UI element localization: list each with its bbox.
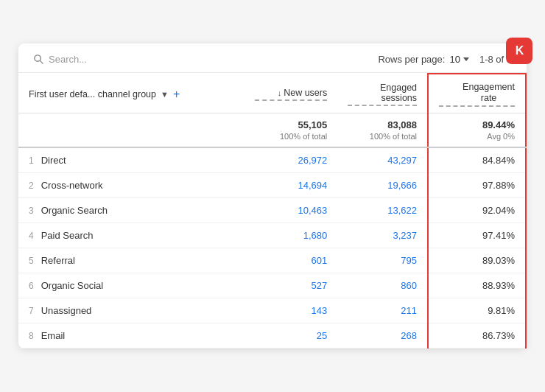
row-engaged-sessions: 795 [337, 248, 428, 273]
row-new-users: 143 [245, 298, 337, 323]
row-number: 4 [29, 231, 34, 241]
row-number: 8 [29, 331, 34, 341]
row-dim-cell: 4Paid Search [18, 223, 245, 248]
row-name: Email [41, 330, 66, 341]
logo-badge: K [506, 38, 532, 64]
rows-per-page-select[interactable]: 10 [449, 54, 468, 65]
rows-per-page-value: 10 [449, 54, 460, 65]
row-new-users: 25 [245, 323, 337, 349]
logo-text: K [516, 44, 524, 57]
dim-column-header: First user defa... channel group ▼ + [18, 74, 245, 113]
row-number: 1 [29, 155, 34, 166]
row-dim-cell: 7Unassigned [18, 298, 245, 323]
row-engagement-rate: 92.04% [428, 198, 526, 223]
row-new-users: 14,694 [245, 173, 337, 198]
row-engaged-sessions: 211 [337, 298, 428, 323]
sort-arrow-icon: ↓ [278, 88, 282, 97]
rows-per-page-control: Rows per page: 10 1-8 of 8 [378, 54, 512, 65]
row-dim-cell: 1Direct [18, 147, 245, 173]
totals-new-users: 55,105 100% of total [245, 113, 337, 148]
row-engagement-rate: 84.84% [428, 147, 526, 173]
table-row: 1Direct26,97243,29784.84% [18, 147, 526, 173]
table-container: First user defa... channel group ▼ + ↓ N… [18, 73, 527, 349]
row-number: 3 [29, 206, 34, 216]
row-number: 7 [29, 306, 34, 316]
row-engagement-rate: 86.73% [428, 323, 526, 349]
dim-col-arrow-icon: ▼ [161, 90, 169, 99]
row-new-users: 527 [245, 273, 337, 298]
chevron-down-icon [463, 57, 469, 61]
row-engagement-rate: 9.81% [428, 298, 526, 323]
row-name: Unassigned [41, 305, 92, 316]
engaged-sessions-col-header[interactable]: Engagedsessions [337, 74, 428, 113]
table-header-row: First user defa... channel group ▼ + ↓ N… [18, 74, 526, 113]
row-number: 2 [29, 181, 34, 191]
search-area[interactable]: Search... [33, 54, 87, 65]
row-engaged-sessions: 13,622 [337, 198, 428, 223]
new-users-label: New users [284, 88, 327, 98]
row-name: Organic Search [41, 205, 108, 216]
row-name: Organic Social [41, 280, 104, 291]
row-name: Referral [41, 255, 75, 266]
row-number: 6 [29, 281, 34, 291]
row-engaged-sessions: 3,237 [337, 223, 428, 248]
row-engaged-sessions: 268 [337, 323, 428, 349]
row-name: Direct [41, 155, 66, 166]
row-engaged-sessions: 43,297 [337, 147, 428, 173]
row-engaged-sessions: 860 [337, 273, 428, 298]
dim-col-label: First user defa... channel group [29, 89, 156, 99]
totals-engagement-rate: 89.44% Avg 0% [428, 113, 526, 148]
rows-per-page-label: Rows per page: [378, 54, 445, 65]
add-column-icon[interactable]: + [173, 88, 180, 101]
table-row: 7Unassigned1432119.81% [18, 298, 526, 323]
row-engagement-rate: 88.93% [428, 273, 526, 298]
table-body: 55,105 100% of total 83,088 100% of tota… [18, 113, 526, 349]
row-new-users: 1,680 [245, 223, 337, 248]
row-name: Cross-network [41, 180, 103, 191]
row-dim-cell: 8Email [18, 323, 245, 349]
row-engagement-rate: 97.41% [428, 223, 526, 248]
row-new-users: 601 [245, 248, 337, 273]
main-card: K Search... Rows per page: 10 1-8 of 8 [18, 43, 527, 349]
totals-engaged-sessions: 83,088 100% of total [337, 113, 428, 148]
search-icon [33, 54, 44, 65]
table-row: 4Paid Search1,6803,23797.41% [18, 223, 526, 248]
engaged-sessions-label: Engagedsessions [380, 83, 417, 103]
top-bar: Search... Rows per page: 10 1-8 of 8 [18, 43, 527, 73]
row-name: Paid Search [41, 230, 94, 241]
search-placeholder: Search... [49, 54, 87, 65]
row-dim-cell: 2Cross-network [18, 173, 245, 198]
engagement-rate-col-header[interactable]: Engagementrate [428, 74, 526, 113]
row-number: 5 [29, 256, 34, 266]
totals-row: 55,105 100% of total 83,088 100% of tota… [18, 113, 526, 148]
new-users-col-header[interactable]: ↓ New users [245, 74, 337, 113]
row-new-users: 26,972 [245, 147, 337, 173]
row-dim-cell: 6Organic Social [18, 273, 245, 298]
table-row: 8Email2526886.73% [18, 323, 526, 349]
row-engagement-rate: 89.03% [428, 248, 526, 273]
table-row: 2Cross-network14,69419,66697.88% [18, 173, 526, 198]
table-row: 5Referral60179589.03% [18, 248, 526, 273]
row-dim-cell: 5Referral [18, 248, 245, 273]
row-new-users: 10,463 [245, 198, 337, 223]
row-engagement-rate: 97.88% [428, 173, 526, 198]
svg-line-1 [40, 60, 43, 63]
totals-dim-cell [18, 113, 245, 148]
row-engaged-sessions: 19,666 [337, 173, 428, 198]
table-row: 6Organic Social52786088.93% [18, 273, 526, 298]
table-row: 3Organic Search10,46313,62292.04% [18, 198, 526, 223]
data-table: First user defa... channel group ▼ + ↓ N… [18, 73, 527, 349]
engagement-rate-label: Engagementrate [463, 82, 515, 104]
row-dim-cell: 3Organic Search [18, 198, 245, 223]
